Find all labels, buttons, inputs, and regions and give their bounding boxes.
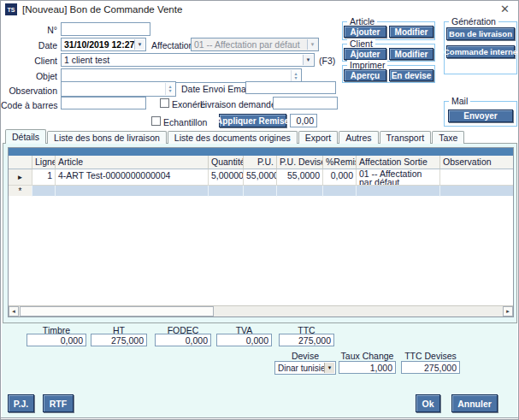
bon-de-livraison-button[interactable]: Bon de livraison <box>446 27 515 40</box>
annuler-button[interactable]: Annuler <box>451 394 498 412</box>
new-row-cell[interactable] <box>244 186 277 197</box>
date-value: 31/10/2019 12:27:5 <box>64 39 143 50</box>
date-envoi-email-input[interactable] <box>245 81 336 94</box>
tab-taxe[interactable]: Taxe <box>432 131 464 144</box>
date-label: Date <box>1 40 57 50</box>
close-icon[interactable]: ✕ <box>500 3 510 15</box>
observation-input[interactable]: ▴▾ <box>61 81 176 97</box>
new-row-cell[interactable] <box>56 186 209 197</box>
lines-grid: Ligne Article Quantité P.U. P.U. Devise … <box>8 147 514 317</box>
app-icon: TS <box>5 3 17 15</box>
date-envoi-email-label: Date Envoi Email <box>181 84 251 94</box>
commande-interne-button[interactable]: Commande interne <box>446 45 515 58</box>
cell-remise[interactable]: 0,000 <box>323 169 357 186</box>
tab-liste-documents-origines[interactable]: Liste des documents origines <box>168 131 298 144</box>
tva-input[interactable]: 0,000 <box>216 334 272 346</box>
grid-header-row: Ligne Article Quantité P.U. P.U. Devise … <box>9 156 513 169</box>
timbre-input[interactable]: 0,000 <box>27 334 86 346</box>
new-row-cell[interactable] <box>323 186 357 197</box>
tab-details[interactable]: Détails <box>5 129 46 144</box>
tab-strip: Détails Liste des bons de livraison List… <box>5 129 465 144</box>
tab-liste-bons-livraison[interactable]: Liste des bons de livraison <box>47 131 167 144</box>
cell-quantite[interactable]: 5,00000 <box>209 169 244 186</box>
grid-header-remise[interactable]: %Remise <box>323 156 357 169</box>
ttc-input[interactable]: 275,000 <box>279 334 334 346</box>
observation-spinner-icon[interactable]: ▴▾ <box>165 83 174 95</box>
affectation-label: Affectation <box>151 40 193 50</box>
client-shortcut: (F3) <box>319 56 335 66</box>
new-row-cell[interactable] <box>357 186 440 197</box>
mail-panel-title: Mail <box>449 96 470 106</box>
article-ajouter-button[interactable]: Ajouter <box>344 26 386 38</box>
numero-label: N° <box>1 25 57 35</box>
tab-autres[interactable]: Autres <box>339 131 378 144</box>
client-select[interactable]: 1 client test ▼ <box>61 53 315 67</box>
rtf-button[interactable]: RTF <box>43 394 74 412</box>
new-row-cell[interactable] <box>209 186 244 197</box>
livraison-demandee-label: Livraison demandée <box>200 99 281 109</box>
objet-label: Objet <box>1 71 57 81</box>
numero-input[interactable] <box>61 22 150 36</box>
grid-header-observation[interactable]: Observation <box>440 156 513 169</box>
grid-header-pu-devise[interactable]: P.U. Devise <box>277 156 323 169</box>
new-row-cell[interactable] <box>440 186 513 197</box>
row-selector-icon[interactable]: ► <box>9 169 32 186</box>
code-a-barres-input[interactable] <box>61 97 146 109</box>
window-title: [Nouveau] Bon de Commande Vente <box>22 4 182 15</box>
ttc-devises-input[interactable]: 275,000 <box>401 361 460 374</box>
echantillon-checkbox[interactable] <box>151 116 161 126</box>
date-input[interactable]: 31/10/2019 12:27:5 ▼ <box>61 38 146 51</box>
grid-header-article[interactable]: Article <box>56 156 209 169</box>
imprimer-apercu-button[interactable]: Aperçu <box>344 69 386 81</box>
code-a-barres-label: Code à barres <box>1 100 57 110</box>
client-dropdown-icon[interactable]: ▼ <box>303 55 313 65</box>
devise-dropdown-icon[interactable]: ▼ <box>324 363 334 373</box>
grid-header-affectation-sortie[interactable]: Affectation Sortie <box>357 156 440 169</box>
cell-affectation-sortie[interactable]: 01 -- Affectation par défaut <box>357 169 440 186</box>
taux-change-input[interactable]: 1,000 <box>339 361 396 374</box>
tab-export[interactable]: Export <box>298 131 338 144</box>
cell-observation[interactable] <box>440 169 513 186</box>
appliquer-remise-button[interactable]: Appliquer Remise <box>219 114 286 127</box>
new-row-icon[interactable]: * <box>9 186 32 197</box>
new-row-cell[interactable] <box>32 186 56 197</box>
client-label: Client <box>1 56 57 66</box>
affectation-select: 01 -- Affectation par défaut ▼ <box>191 38 319 51</box>
grid-header-ligne[interactable]: Ligne <box>32 156 56 169</box>
pj-button[interactable]: P.J. <box>8 394 34 412</box>
grid-header-quantite[interactable]: Quantité <box>209 156 244 169</box>
grid-top-band <box>9 148 513 156</box>
window-bottom-edge <box>1 417 518 418</box>
affectation-dropdown-icon: ▼ <box>307 39 317 50</box>
scroll-left-icon[interactable]: ◄ <box>9 306 19 316</box>
client-ajouter-button[interactable]: Ajouter <box>344 48 386 60</box>
generation-panel-title: Génération <box>449 16 498 27</box>
date-dropdown-icon[interactable]: ▼ <box>134 39 144 50</box>
grid-horizontal-scrollbar[interactable]: ◄ ► <box>9 305 513 316</box>
scroll-right-icon[interactable]: ► <box>503 306 513 316</box>
scrollbar-thumb[interactable] <box>20 306 214 316</box>
cell-article[interactable]: 4-ART Test-0000000000004 <box>56 169 209 186</box>
grid-header-pu[interactable]: P.U. <box>244 156 277 169</box>
remise-input[interactable]: 0,00 <box>290 114 317 127</box>
ht-input[interactable]: 275,000 <box>91 334 147 346</box>
devise-select[interactable]: Dinar tunisien ▼ <box>274 361 336 375</box>
client-modifier-button[interactable]: Modifier <box>389 48 433 60</box>
ok-button[interactable]: Ok <box>416 394 440 412</box>
cell-pu[interactable]: 55,0000 <box>244 169 277 186</box>
tab-transport[interactable]: Transport <box>380 131 432 144</box>
new-row-cell[interactable] <box>277 186 323 197</box>
objet-spinner-icon[interactable]: ▴▾ <box>291 70 300 81</box>
cell-pu-devise[interactable]: 55,0000 <box>277 169 323 186</box>
mail-envoyer-button[interactable]: Envoyer <box>448 109 513 122</box>
grid-new-row: * <box>9 186 513 197</box>
grid-header-selector[interactable] <box>9 156 32 169</box>
cell-ligne[interactable]: 1 <box>32 169 56 186</box>
title-bar: TS [Nouveau] Bon de Commande Vente ✕ <box>1 1 518 19</box>
bon-de-commande-window: TS [Nouveau] Bon de Commande Vente ✕ N° … <box>0 0 519 420</box>
imprimer-en-devise-button[interactable]: En devise <box>389 69 433 81</box>
article-modifier-button[interactable]: Modifier <box>389 26 433 38</box>
fodec-input[interactable]: 0,000 <box>155 334 211 346</box>
livraison-demandee-input[interactable] <box>273 97 338 109</box>
exonere-checkbox[interactable] <box>160 98 169 108</box>
